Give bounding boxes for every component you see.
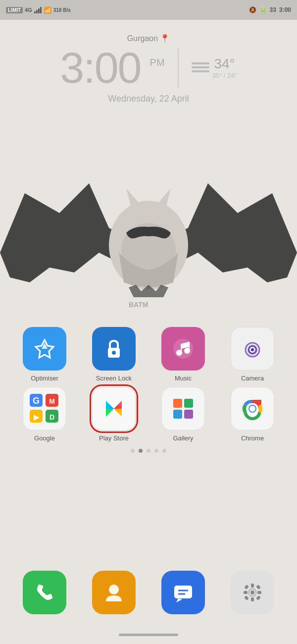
svg-rect-42 [244,591,248,594]
clock-row: 3:00 PM 34° 35° / 24° [0,46,297,90]
camera-label: Camera [241,375,264,382]
optimiser-label: Optimiser [31,375,58,382]
svg-point-8 [173,339,193,359]
location-pin-icon: 📍 [160,34,170,43]
chrome-label: Chrome [241,434,264,442]
svg-text:G: G [33,396,40,406]
svg-rect-36 [174,586,192,598]
network-speed: 318 B/s [53,7,71,13]
settings-icon[interactable] [231,571,274,614]
music-label: Music [175,375,192,382]
weather-temp: 34° [212,56,237,72]
screenlock-icon[interactable] [92,327,136,371]
battery-icon: 🔋 [259,6,267,13]
svg-rect-45 [256,585,261,590]
app-screenlock[interactable]: Screen Lock [84,327,144,382]
svg-text:M: M [49,397,55,405]
network-type: 4G [25,7,32,13]
app-gallery[interactable]: Gallery [153,387,213,442]
google-label: Google [34,434,55,442]
page-dot-5[interactable] [162,449,166,453]
status-right: 🔕 🔋 33 3:00 [249,6,291,13]
svg-rect-27 [173,410,182,419]
page-dot-3[interactable] [147,449,150,453]
phone-icon[interactable] [23,571,66,614]
dock-phone[interactable] [23,571,66,614]
dock-contacts[interactable] [92,571,136,614]
home-indicator[interactable] [119,634,178,636]
gallery-icon[interactable] [161,387,205,430]
app-row-2: G M ▶ D Google [10,387,287,442]
clock-area: Gurgaon 📍 3:00 PM 34° 35° / 24° Wednesda… [0,20,297,104]
location-display: Gurgaon 📍 [0,34,297,43]
app-camera[interactable]: Camera [223,327,282,382]
messages-icon[interactable] [161,571,205,614]
svg-text:D: D [50,413,54,421]
playstore-icon[interactable] [92,387,136,430]
svg-text:▶: ▶ [34,413,40,421]
app-grid: Optimiser Screen Lock [0,327,297,458]
status-bar: LIMIT 4G 📶 318 B/s 🔕 🔋 33 3:00 [0,0,297,20]
svg-rect-40 [251,584,254,588]
page-dot-4[interactable] [154,449,158,453]
svg-rect-46 [244,595,249,600]
weather-range: 35° / 24° [212,72,237,79]
svg-rect-47 [256,595,261,600]
batman-wallpaper: BATM [0,154,297,342]
app-chrome[interactable]: Chrome [223,387,282,442]
battery-level: 33 [270,6,276,13]
chrome-icon[interactable] [231,387,274,430]
date-display: Wednesday, 22 April [0,94,297,104]
svg-point-7 [112,351,116,355]
dock [0,571,297,614]
carrier-label: LIMIT [6,7,23,13]
app-google[interactable]: G M ▶ D Google [15,387,74,442]
svg-text:BATM: BATM [129,301,148,309]
gallery-label: Gallery [173,434,193,442]
svg-point-49 [250,590,254,594]
playstore-label: Play Store [99,434,129,442]
svg-rect-41 [251,597,254,601]
svg-rect-28 [184,410,193,419]
page-dot-2[interactable] [139,449,143,453]
signal-icon [34,6,42,13]
camera-icon[interactable] [231,327,274,371]
svg-rect-43 [257,591,261,594]
svg-point-34 [249,406,255,412]
weather-block: 34° 35° / 24° [192,56,237,80]
svg-rect-26 [184,399,193,408]
status-left: LIMIT 4G 📶 318 B/s [6,6,71,14]
app-row-1: Optimiser Screen Lock [10,327,287,382]
notification-icon: 🔕 [249,6,256,13]
contacts-icon[interactable] [92,571,136,614]
svg-point-35 [109,585,119,594]
svg-rect-25 [173,399,182,408]
dock-settings[interactable] [231,571,274,614]
app-playstore[interactable]: Play Store [84,387,144,442]
svg-rect-44 [244,585,249,590]
svg-point-15 [251,348,254,351]
page-dots [10,449,287,453]
app-music[interactable]: Music [153,327,213,382]
app-optimiser[interactable]: Optimiser [15,327,74,382]
page-dot-1[interactable] [131,449,135,453]
google-icon[interactable]: G M ▶ D [23,387,66,430]
main-clock: 3:00 [60,46,141,90]
wifi-icon: 📶 [44,6,51,14]
dock-messages[interactable] [161,571,205,614]
optimiser-icon[interactable] [23,327,66,371]
music-icon[interactable] [161,327,205,371]
time-display: 3:00 [279,6,291,13]
screenlock-label: Screen Lock [96,375,132,382]
time-period: PM [150,57,165,74]
